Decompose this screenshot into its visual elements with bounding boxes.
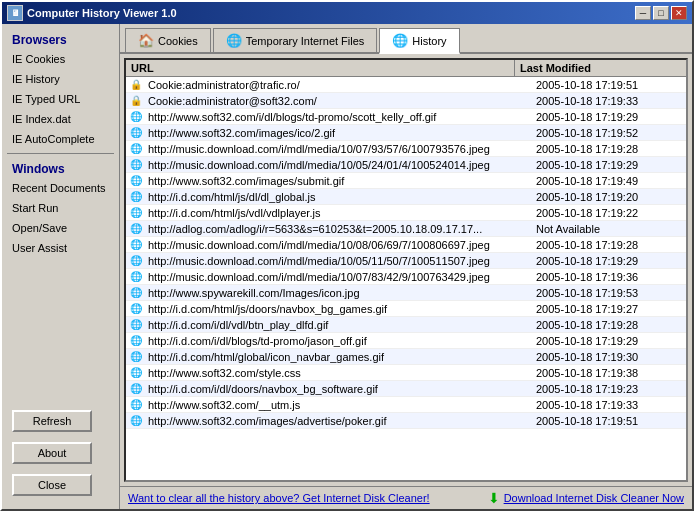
row-url: http://i.d.com/i/dl/vdl/btn_play_dlfd.gi… — [146, 318, 531, 332]
minimize-button[interactable]: ─ — [635, 6, 651, 20]
table-row[interactable]: 🌐http://i.d.com/html/global/icon_navbar_… — [126, 349, 686, 365]
row-modified: 2005-10-18 17:19:30 — [531, 350, 686, 364]
globe-icon: 🌐 — [126, 335, 146, 346]
download-link[interactable]: Download Internet Disk Cleaner Now — [504, 492, 684, 504]
row-modified: 2005-10-18 17:19:33 — [531, 398, 686, 412]
row-modified: 2005-10-18 17:19:20 — [531, 190, 686, 204]
download-icon: ⬇ — [488, 490, 500, 506]
globe-icon: 🌐 — [126, 319, 146, 330]
row-modified: 2005-10-18 17:19:28 — [531, 142, 686, 156]
sidebar-item-ie-history[interactable]: IE History — [2, 69, 119, 89]
globe-icon: 🌐 — [126, 207, 146, 218]
table-header: URL Last Modified — [126, 60, 686, 77]
main-content: Browsers IE Cookies IE History IE Typed … — [2, 24, 692, 509]
windows-section-title: Windows — [2, 158, 119, 178]
table-row[interactable]: 🌐http://music.download.com/i/mdl/media/1… — [126, 157, 686, 173]
row-url: http://www.spywarekill.com/Images/icon.j… — [146, 286, 531, 300]
sidebar: Browsers IE Cookies IE History IE Typed … — [2, 24, 120, 509]
temp-files-tab-icon: 🌐 — [226, 33, 242, 48]
row-modified: Not Available — [531, 222, 686, 236]
table-row[interactable]: 🌐http://music.download.com/i/mdl/media/1… — [126, 141, 686, 157]
table-row[interactable]: 🌐http://www.soft32.com/style.css2005-10-… — [126, 365, 686, 381]
about-button[interactable]: About — [12, 442, 92, 464]
lock-icon: 🔒 — [126, 79, 146, 90]
tab-cookies-label: Cookies — [158, 35, 198, 47]
table-row[interactable]: 🌐http://music.download.com/i/mdl/media/1… — [126, 253, 686, 269]
row-modified: 2005-10-18 17:19:28 — [531, 318, 686, 332]
tab-temp-files-label: Temporary Internet Files — [246, 35, 365, 47]
maximize-button[interactable]: □ — [653, 6, 669, 20]
table-row[interactable]: 🌐http://music.download.com/i/mdl/media/1… — [126, 237, 686, 253]
table-row[interactable]: 🌐http://www.soft32.com/images/advertise/… — [126, 413, 686, 429]
table-row[interactable]: 🌐http://i.d.com/i/dl/doors/navbox_bg_sof… — [126, 381, 686, 397]
globe-icon: 🌐 — [126, 399, 146, 410]
row-modified: 2005-10-18 17:19:28 — [531, 238, 686, 252]
sidebar-item-ie-autocomplete[interactable]: IE AutoComplete — [2, 129, 119, 149]
row-url: http://music.download.com/i/mdl/media/10… — [146, 254, 531, 268]
row-url: http://i.d.com/html/js/dl/dl_global.js — [146, 190, 531, 204]
globe-icon: 🌐 — [126, 255, 146, 266]
row-modified: 2005-10-18 17:19:22 — [531, 206, 686, 220]
tab-history[interactable]: 🌐 History — [379, 28, 459, 54]
table-row[interactable]: 🌐http://www.soft32.com/images/submit.gif… — [126, 173, 686, 189]
sidebar-item-user-assist[interactable]: User Assist — [2, 238, 119, 258]
close-sidebar-button[interactable]: Close — [12, 474, 92, 496]
table-row[interactable]: 🌐http://i.d.com/html/js/doors/navbox_bg_… — [126, 301, 686, 317]
sidebar-item-ie-cookies[interactable]: IE Cookies — [2, 49, 119, 69]
globe-icon: 🌐 — [126, 271, 146, 282]
sidebar-item-ie-index[interactable]: IE Index.dat — [2, 109, 119, 129]
row-url: http://i.d.com/i/dl/blogs/td-promo/jason… — [146, 334, 531, 348]
table-row[interactable]: 🌐http://i.d.com/html/js/dl/dl_global.js2… — [126, 189, 686, 205]
globe-icon: 🌐 — [126, 159, 146, 170]
lock-icon: 🔒 — [126, 95, 146, 106]
table-row[interactable]: 🌐http://adlog.com/adlog/i/r=5633&s=61025… — [126, 221, 686, 237]
col-scroll-placeholder — [670, 60, 686, 76]
close-button[interactable]: ✕ — [671, 6, 687, 20]
globe-icon: 🌐 — [126, 111, 146, 122]
col-modified-header: Last Modified — [515, 60, 670, 76]
table-row[interactable]: 🔒Cookie:administrator@trafic.ro/2005-10-… — [126, 77, 686, 93]
table-row[interactable]: 🌐http://i.d.com/i/dl/blogs/td-promo/jaso… — [126, 333, 686, 349]
row-modified: 2005-10-18 17:19:49 — [531, 174, 686, 188]
row-modified: 2005-10-18 17:19:33 — [531, 94, 686, 108]
table-row[interactable]: 🔒Cookie:administrator@soft32.com/2005-10… — [126, 93, 686, 109]
row-url: http://i.d.com/html/js/vdl/vdlplayer.js — [146, 206, 531, 220]
sidebar-item-start-run[interactable]: Start Run — [2, 198, 119, 218]
row-url: http://adlog.com/adlog/i/r=5633&s=610253… — [146, 222, 531, 236]
table-row[interactable]: 🌐http://music.download.com/i/mdl/media/1… — [126, 269, 686, 285]
table-row[interactable]: 🌐http://i.d.com/i/dl/vdl/btn_play_dlfd.g… — [126, 317, 686, 333]
tab-cookies[interactable]: 🏠 Cookies — [125, 28, 211, 52]
row-url: http://www.soft32.com/images/submit.gif — [146, 174, 531, 188]
row-url: Cookie:administrator@trafic.ro/ — [146, 78, 531, 92]
browsers-section-title: Browsers — [2, 29, 119, 49]
row-url: http://www.soft32.com/i/dl/blogs/td-prom… — [146, 110, 531, 124]
history-tab-icon: 🌐 — [392, 33, 408, 48]
globe-icon: 🌐 — [126, 415, 146, 426]
globe-icon: 🌐 — [126, 383, 146, 394]
globe-icon: 🌐 — [126, 223, 146, 234]
table-row[interactable]: 🌐http://www.spywarekill.com/Images/icon.… — [126, 285, 686, 301]
table-body: 🔒Cookie:administrator@trafic.ro/2005-10-… — [126, 77, 686, 480]
sidebar-item-ie-typed-url[interactable]: IE Typed URL — [2, 89, 119, 109]
globe-icon: 🌐 — [126, 351, 146, 362]
row-url: http://music.download.com/i/mdl/media/10… — [146, 270, 531, 284]
sidebar-item-open-save[interactable]: Open/Save — [2, 218, 119, 238]
clear-history-link[interactable]: Want to clear all the history above? Get… — [128, 492, 430, 504]
table-row[interactable]: 🌐http://i.d.com/html/js/vdl/vdlplayer.js… — [126, 205, 686, 221]
row-url: http://music.download.com/i/mdl/media/10… — [146, 158, 531, 172]
sidebar-item-recent-docs[interactable]: Recent Documents — [2, 178, 119, 198]
row-modified: 2005-10-18 17:19:53 — [531, 286, 686, 300]
app-icon: 🖥 — [7, 5, 23, 21]
window-title: Computer History Viewer 1.0 — [27, 7, 177, 19]
refresh-button[interactable]: Refresh — [12, 410, 92, 432]
row-url: http://music.download.com/i/mdl/media/10… — [146, 142, 531, 156]
tab-temp-files[interactable]: 🌐 Temporary Internet Files — [213, 28, 378, 52]
table-row[interactable]: 🌐http://www.soft32.com/__utm.js2005-10-1… — [126, 397, 686, 413]
tab-history-label: History — [412, 35, 446, 47]
globe-icon: 🌐 — [126, 287, 146, 298]
table-row[interactable]: 🌐http://www.soft32.com/images/ico/2.gif2… — [126, 125, 686, 141]
globe-icon: 🌐 — [126, 191, 146, 202]
table-row[interactable]: 🌐http://www.soft32.com/i/dl/blogs/td-pro… — [126, 109, 686, 125]
row-url: http://www.soft32.com/__utm.js — [146, 398, 531, 412]
right-panel: 🏠 Cookies 🌐 Temporary Internet Files 🌐 H… — [120, 24, 692, 509]
